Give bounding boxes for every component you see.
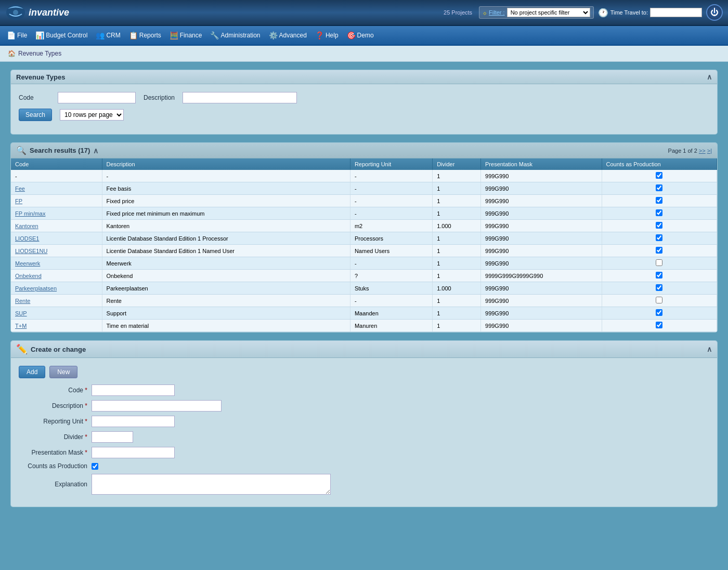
row-code-link[interactable]: Meerwerk	[15, 260, 40, 267]
cf-description-label: Description	[19, 402, 92, 409]
filter-icon: ⬦	[483, 8, 487, 17]
sidebar-item-advanced[interactable]: ⚙️ Advanced	[265, 29, 311, 42]
row-counts-checkbox[interactable]	[656, 309, 662, 316]
cf-divider-input[interactable]	[92, 431, 133, 443]
cf-code-input[interactable]	[92, 385, 175, 396]
row-code-link[interactable]: FP	[15, 198, 22, 204]
cf-mask-row: Presentation Mask	[19, 447, 709, 458]
cf-description-input[interactable]	[92, 400, 222, 412]
rows-per-page-select[interactable]: 10 rows per page 25 rows per page 50 row…	[60, 109, 124, 121]
row-mask: 9999G999G9999G990	[481, 270, 602, 282]
cf-code-row: Code	[19, 385, 709, 396]
row-counts-checkbox[interactable]	[656, 172, 662, 179]
page-next[interactable]: >>	[699, 148, 706, 154]
row-code-link[interactable]: FP min/max	[15, 210, 45, 217]
row-counts-cell	[602, 320, 717, 332]
row-code-link[interactable]: Onbekend	[15, 273, 42, 279]
row-counts-cell	[602, 207, 717, 220]
row-counts-checkbox[interactable]	[656, 184, 662, 191]
cf-code-label: Code	[19, 387, 92, 394]
row-counts-cell	[602, 295, 717, 307]
sidebar-item-crm[interactable]: 👥 CRM	[92, 29, 124, 42]
row-mask: 999G990	[481, 295, 602, 307]
demo-icon: 🎯	[347, 31, 356, 39]
description-input[interactable]	[183, 92, 297, 103]
row-counts-checkbox[interactable]	[656, 247, 662, 254]
row-mask: 999G990	[481, 245, 602, 257]
create-btn-row: Add New	[19, 366, 709, 378]
cf-explanation-textarea[interactable]	[92, 474, 331, 495]
sidebar-item-file[interactable]: 📄 File	[3, 29, 31, 42]
search-panel: Revenue Types ∧ Code Description Search …	[10, 70, 718, 135]
row-description: Meerwerk	[102, 257, 350, 270]
sidebar-item-budget-control[interactable]: 📊 Budget Control	[31, 29, 92, 42]
reports-icon: 📋	[129, 31, 138, 39]
create-collapse-icon[interactable]: ∧	[707, 345, 712, 353]
page-last[interactable]: >|	[707, 148, 712, 154]
sidebar-item-reports[interactable]: 📋 Reports	[125, 29, 165, 42]
row-counts-checkbox[interactable]	[656, 197, 662, 204]
row-code-link[interactable]: Parkeerplaatsen	[15, 285, 57, 291]
row-counts-checkbox[interactable]	[656, 234, 662, 241]
row-counts-checkbox[interactable]	[656, 284, 662, 291]
nav-reports-label: Reports	[139, 32, 161, 39]
row-counts-cell	[602, 307, 717, 320]
cf-counts-row: Counts as Production	[19, 462, 709, 470]
row-counts-checkbox[interactable]	[656, 322, 662, 328]
row-mask: 999G990	[481, 207, 602, 220]
sidebar-item-administration[interactable]: 🔧 Administration	[206, 29, 264, 42]
code-input[interactable]	[58, 92, 136, 103]
budget-icon: 📊	[35, 31, 44, 39]
row-divider: 1	[433, 307, 481, 320]
cf-explanation-row: Explanation	[19, 474, 709, 495]
filter-link[interactable]: Filter :	[489, 9, 505, 16]
breadcrumb: 🏠 Revenue Types	[0, 46, 728, 62]
filter-select[interactable]: No project specific filter	[507, 8, 590, 17]
search-button[interactable]: Search	[19, 109, 52, 121]
results-collapse-icon[interactable]: ∧	[93, 147, 98, 155]
row-divider: 1.000	[433, 282, 481, 295]
row-counts-checkbox[interactable]	[656, 272, 662, 279]
create-header-inner: ✏️ Create or change	[16, 343, 86, 355]
row-divider: 1	[433, 320, 481, 332]
row-counts-checkbox[interactable]	[656, 259, 662, 266]
search-collapse-icon[interactable]: ∧	[707, 73, 712, 81]
advanced-icon: ⚙️	[269, 31, 278, 39]
row-code-link[interactable]: LIODSE1NU	[15, 248, 47, 254]
cf-counts-checkbox[interactable]	[92, 463, 98, 470]
row-description: Parkeerplaatsen	[102, 282, 350, 295]
col-counts: Counts as Production	[602, 158, 717, 170]
new-button[interactable]: New	[49, 366, 77, 378]
cf-reporting-input[interactable]	[92, 416, 175, 427]
power-button[interactable]: ⏻	[706, 4, 723, 21]
row-reporting-unit: Maanden	[350, 307, 432, 320]
row-counts-checkbox[interactable]	[656, 209, 662, 216]
sidebar-item-help[interactable]: ❓ Help	[311, 29, 343, 42]
add-button[interactable]: Add	[19, 366, 45, 378]
magnifier-icon: 🔍	[16, 145, 27, 155]
svg-point-1	[13, 10, 18, 15]
sidebar-item-finance[interactable]: 🧮 Finance	[165, 29, 206, 42]
row-counts-checkbox[interactable]	[656, 222, 662, 229]
cf-divider-row: Divider	[19, 431, 709, 443]
search-panel-header: Revenue Types ∧	[11, 70, 717, 84]
row-counts-cell	[602, 220, 717, 232]
sidebar-item-demo[interactable]: 🎯 Demo	[343, 29, 378, 42]
row-mask: 999G990	[481, 232, 602, 245]
page-current: Page 1 of 2	[668, 148, 697, 154]
row-reporting-unit: -	[350, 170, 432, 182]
row-code-link[interactable]: SUP	[15, 310, 27, 316]
row-code-link[interactable]: Fee	[15, 185, 25, 192]
col-divider: Divider	[433, 158, 481, 170]
create-panel-title: Create or change	[31, 346, 86, 353]
time-travel-input[interactable]	[650, 8, 702, 17]
table-row: LIODSE1Licentie Database Standard Editio…	[11, 232, 717, 245]
row-code-link[interactable]: LIODSE1	[15, 235, 39, 242]
row-code-link[interactable]: Rente	[15, 298, 30, 304]
row-code-link[interactable]: Kantoren	[15, 223, 38, 229]
create-panel-header: ✏️ Create or change ∧	[11, 341, 717, 358]
row-reporting-unit: -	[350, 295, 432, 307]
cf-mask-input[interactable]	[92, 447, 175, 458]
row-counts-checkbox[interactable]	[656, 297, 662, 303]
row-code-link[interactable]: T+M	[15, 323, 27, 329]
